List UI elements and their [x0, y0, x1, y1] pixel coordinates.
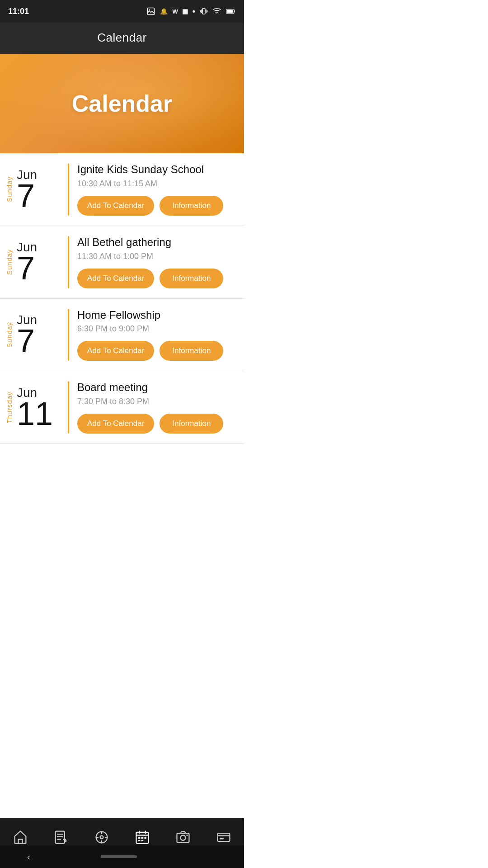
event-3-day: 7: [17, 326, 35, 356]
svg-rect-12: [138, 840, 141, 841]
giving-icon: [216, 829, 232, 845]
back-button[interactable]: ‹: [27, 852, 30, 862]
event-3-day-name: Sunday: [5, 322, 13, 348]
event-2-day-name: Sunday: [5, 249, 13, 275]
event-3-time: 6:30 PM to 9:00 PM: [77, 324, 237, 334]
event-item-3: Sunday Jun 7 Home Fellowship 6:30 PM to …: [0, 299, 244, 372]
event-3-information-button[interactable]: Information: [160, 341, 223, 361]
event-4-name: Board meeting: [77, 381, 237, 394]
event-4-details: Board meeting 7:30 PM to 8:30 PM Add To …: [77, 381, 237, 434]
event-4-time: 7:30 PM to 8:30 PM: [77, 397, 237, 406]
svg-point-7: [100, 836, 103, 839]
event-1-information-button[interactable]: Information: [160, 196, 223, 216]
event-4-add-calendar-button[interactable]: Add To Calendar: [77, 414, 154, 434]
event-item-1: Sunday Jun 7 Ignite Kids Sunday School 1…: [0, 153, 244, 226]
event-3-divider: [68, 309, 69, 361]
notif-icon: 🔔: [160, 8, 168, 15]
event-1-add-calendar-button[interactable]: Add To Calendar: [77, 196, 154, 216]
event-2-time: 11:30 AM to 1:00 PM: [77, 252, 237, 261]
event-2-information-button[interactable]: Information: [160, 269, 223, 288]
event-2-divider: [68, 236, 69, 288]
svg-rect-17: [218, 833, 230, 841]
event-4-day: 11: [17, 399, 53, 429]
event-4-buttons: Add To Calendar Information: [77, 414, 237, 434]
event-2-buttons: Add To Calendar Information: [77, 269, 237, 288]
event-3-date-numbers: Jun 7: [17, 314, 37, 356]
event-3-name: Home Fellowship: [77, 309, 237, 322]
signal-icon: ▦: [182, 8, 188, 15]
event-3-add-calendar-button[interactable]: Add To Calendar: [77, 341, 154, 361]
image-icon: [146, 7, 155, 16]
calendar-icon: [134, 829, 150, 845]
event-4-information-button[interactable]: Information: [160, 414, 223, 434]
notes-icon: [53, 829, 69, 845]
event-2-date-col: Sunday Jun 7: [5, 236, 60, 288]
event-2-date-numbers: Jun 7: [17, 241, 37, 283]
event-3-buttons: Add To Calendar Information: [77, 341, 237, 361]
event-4-divider: [68, 381, 69, 434]
vibrate-icon: [200, 7, 208, 15]
event-4-date-numbers: Jun 11: [17, 387, 53, 429]
event-2-name: All Bethel gathering: [77, 236, 237, 249]
event-1-date-numbers: Jun 7: [17, 169, 37, 211]
event-1-buttons: Add To Calendar Information: [77, 196, 237, 216]
event-4-date-col: Thursday Jun 11: [5, 381, 60, 434]
photos-icon: [175, 829, 191, 845]
hero-banner: Calendar: [0, 54, 244, 153]
top-header: Calendar: [0, 23, 244, 54]
walk-icon: W: [172, 8, 177, 15]
event-1-details: Ignite Kids Sunday School 10:30 AM to 11…: [77, 163, 237, 216]
event-2-day: 7: [17, 254, 35, 283]
system-bar: ‹: [0, 845, 244, 868]
status-bar: 11:01 🔔 W ▦ •: [0, 0, 244, 23]
svg-point-1: [149, 9, 150, 10]
svg-point-15: [180, 835, 185, 840]
event-item-4: Thursday Jun 11 Board meeting 7:30 PM to…: [0, 371, 244, 444]
header-title: Calendar: [97, 31, 147, 44]
event-2-add-calendar-button[interactable]: Add To Calendar: [77, 269, 154, 288]
status-time: 11:01: [8, 7, 29, 16]
event-1-time: 10:30 AM to 11:15 AM: [77, 179, 237, 189]
event-1-name: Ignite Kids Sunday School: [77, 163, 237, 176]
home-bar: [101, 855, 137, 858]
wifi-icon: [212, 7, 221, 15]
event-list: Sunday Jun 7 Ignite Kids Sunday School 1…: [0, 153, 244, 444]
svg-rect-10: [141, 837, 144, 839]
svg-point-16: [186, 835, 188, 836]
event-1-day: 7: [17, 181, 35, 211]
svg-rect-4: [227, 10, 233, 13]
event-3-details: Home Fellowship 6:30 PM to 9:00 PM Add T…: [77, 309, 237, 361]
home-icon: [12, 829, 28, 845]
svg-rect-2: [202, 9, 205, 14]
status-icons: 🔔 W ▦ •: [146, 7, 236, 16]
event-1-date-col: Sunday Jun 7: [5, 163, 60, 216]
svg-rect-13: [141, 840, 144, 841]
media-icon: [94, 829, 110, 845]
event-item-2: Sunday Jun 7 All Bethel gathering 11:30 …: [0, 226, 244, 299]
hero-title: Calendar: [72, 90, 173, 117]
svg-rect-11: [145, 837, 147, 839]
dot-icon: •: [192, 7, 195, 16]
event-1-day-name: Sunday: [5, 176, 13, 202]
event-1-divider: [68, 163, 69, 216]
battery-icon: [226, 8, 236, 14]
event-4-day-name: Thursday: [5, 392, 13, 424]
svg-rect-18: [220, 838, 224, 839]
event-2-details: All Bethel gathering 11:30 AM to 1:00 PM…: [77, 236, 237, 288]
svg-rect-9: [138, 837, 141, 839]
event-3-date-col: Sunday Jun 7: [5, 309, 60, 361]
